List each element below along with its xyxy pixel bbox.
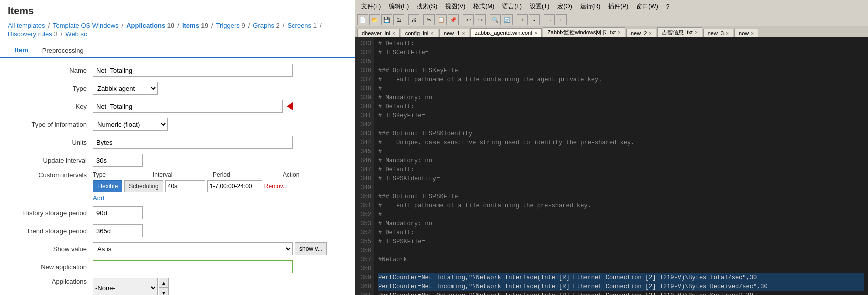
breadcrumb-template-os[interactable]: Template OS Windows xyxy=(53,22,119,29)
editor-tab-jizhi[interactable]: 吉智信息_txt × xyxy=(657,27,702,37)
ci-period-input[interactable] xyxy=(207,180,262,192)
scroll-down-button[interactable]: ▼ xyxy=(159,288,169,295)
add-link[interactable]: Add xyxy=(93,194,348,202)
toolbar-unindent[interactable]: ← xyxy=(556,14,567,25)
type-of-info-select[interactable]: Numeric (float) xyxy=(93,118,168,131)
toolbar-open[interactable]: 📂 xyxy=(369,14,380,25)
ci-action-header: Action xyxy=(283,171,323,178)
menu-plugin[interactable]: 插件(P) xyxy=(604,1,632,12)
line-number-353: 353 xyxy=(358,219,371,228)
applications-select[interactable]: -None- xyxy=(93,278,158,295)
key-input[interactable] xyxy=(93,100,283,113)
breadcrumb-screens[interactable]: Screens 1 xyxy=(287,22,317,29)
new-application-input[interactable] xyxy=(93,260,293,273)
name-input[interactable] xyxy=(93,64,293,77)
close-tab-dbeaver[interactable]: × xyxy=(392,31,395,36)
close-tab-new3[interactable]: × xyxy=(726,31,729,36)
toolbar-replace[interactable]: 🔄 xyxy=(502,14,513,25)
menu-run[interactable]: 运行(R) xyxy=(576,1,605,12)
close-tab-monitor[interactable]: × xyxy=(618,30,621,35)
code-line-336: ### Option: TLSKeyFile xyxy=(378,66,864,75)
toolbar-copy[interactable]: 📋 xyxy=(436,14,447,25)
toolbar-redo[interactable]: ↪ xyxy=(475,14,486,25)
code-line-350: ### Option: TLSPSKFile xyxy=(378,192,864,201)
form-row-custom-intervals: Custom intervals Type Interval Period Ac… xyxy=(8,171,348,202)
breadcrumb-all-templates[interactable]: All templates xyxy=(8,22,45,29)
menu-help[interactable]: ? xyxy=(662,2,674,11)
show-value-select[interactable]: As is xyxy=(93,242,293,255)
menu-edit[interactable]: 编辑(E) xyxy=(385,1,413,12)
line-number-341: 341 xyxy=(358,111,371,120)
editor-tab-monitor[interactable]: Zabbix监控windows网卡_txt × xyxy=(543,27,625,37)
menu-settings[interactable]: 设置(T) xyxy=(526,1,553,12)
toolbar-save-all[interactable]: 🗂 xyxy=(393,14,404,25)
line-number-345: 345 xyxy=(358,147,371,156)
menu-window[interactable]: 窗口(W) xyxy=(632,1,662,12)
menu-macro[interactable]: 宏(O) xyxy=(553,1,576,12)
trend-input[interactable] xyxy=(93,224,143,237)
editor-tab-dbeaver[interactable]: dbeaver_ini × xyxy=(357,29,400,37)
show-value-container: As is show v... xyxy=(93,242,327,255)
breadcrumb-triggers[interactable]: Triggers 9 xyxy=(216,22,245,29)
line-number-335: 335 xyxy=(358,57,371,66)
editor-content[interactable]: 3333343353363373383393403413423433443453… xyxy=(355,37,868,295)
editor-tab-new1[interactable]: new_1 × xyxy=(439,29,469,37)
toolbar-save[interactable]: 💾 xyxy=(381,14,392,25)
flexible-button[interactable]: Flexible xyxy=(93,180,122,192)
breadcrumb-items[interactable]: Items 19 xyxy=(182,22,208,29)
history-input[interactable] xyxy=(93,206,143,219)
scheduling-button[interactable]: Scheduling xyxy=(124,180,163,192)
toolbar-new[interactable]: 📄 xyxy=(357,14,368,25)
toolbar-paste[interactable]: 📌 xyxy=(448,14,459,25)
code-line-342 xyxy=(378,120,864,129)
toolbar-indent[interactable]: → xyxy=(544,14,555,25)
toolbar-undo[interactable]: ↩ xyxy=(463,14,474,25)
line-number-336: 336 xyxy=(358,66,371,75)
menu-format[interactable]: 格式(M) xyxy=(469,1,498,12)
tab-preprocessing[interactable]: Preprocessing xyxy=(35,43,91,57)
close-tab-jizhi[interactable]: × xyxy=(695,30,698,35)
breadcrumb-websc[interactable]: Web sc xyxy=(65,30,87,38)
code-line-335 xyxy=(378,57,864,66)
editor-tab-zabbix[interactable]: zabbix_agentd.win.conf × xyxy=(470,28,542,37)
close-tab-config[interactable]: × xyxy=(430,31,433,36)
close-tab-new1[interactable]: × xyxy=(462,31,465,36)
menu-language[interactable]: 语言(L) xyxy=(498,1,526,12)
close-tab-new2[interactable]: × xyxy=(649,31,652,36)
menu-view[interactable]: 视图(V) xyxy=(441,1,469,12)
menu-file[interactable]: 文件(F) xyxy=(357,1,385,12)
form-row-key: Key xyxy=(8,99,348,113)
breadcrumb-sep2: / xyxy=(122,22,124,29)
breadcrumb-discovery[interactable]: Discovery rules 3 xyxy=(8,30,58,38)
code-line-348: # TLSPSKIdentity= xyxy=(378,174,864,183)
editor-tab-new2[interactable]: new_2 × xyxy=(626,29,656,37)
breadcrumb-graphs[interactable]: Graphs 2 xyxy=(253,22,280,29)
menu-search[interactable]: 搜索(S) xyxy=(413,1,441,12)
toolbar-cut[interactable]: ✂ xyxy=(423,14,435,25)
units-input[interactable] xyxy=(93,136,293,149)
tab-item[interactable]: Item xyxy=(8,43,35,58)
editor-tab-new3[interactable]: new_3 × xyxy=(703,29,733,37)
update-interval-input[interactable] xyxy=(93,154,143,167)
remove-button[interactable]: Remov... xyxy=(264,183,288,190)
toolbar-zoom-in[interactable]: + xyxy=(517,14,528,25)
toolbar-zoom-out[interactable]: - xyxy=(529,14,540,25)
type-select[interactable]: Zabbix agent xyxy=(93,82,158,95)
breadcrumb-applications[interactable]: Applications 10 xyxy=(126,22,174,29)
line-number-350: 350 xyxy=(358,192,371,201)
breadcrumb-sep6: / xyxy=(283,22,285,29)
toolbar-print[interactable]: 🖨 xyxy=(408,14,419,25)
line-number-352: 352 xyxy=(358,210,371,219)
show-button[interactable]: show v... xyxy=(295,242,327,255)
close-tab-zabbix[interactable]: × xyxy=(534,30,537,36)
line-number-340: 340 xyxy=(358,102,371,111)
toolbar-find[interactable]: 🔍 xyxy=(490,14,501,25)
close-tab-now[interactable]: × xyxy=(751,31,754,36)
code-lines[interactable]: # Default:# TLSCertFile= ### Option: TLS… xyxy=(374,37,868,295)
ci-interval-input[interactable] xyxy=(165,180,205,192)
breadcrumb-sep3: / xyxy=(177,22,179,29)
editor-tab-now[interactable]: now × xyxy=(734,29,758,37)
editor-tab-config[interactable]: config_ini × xyxy=(401,29,438,37)
page-title: Items xyxy=(0,0,355,20)
scroll-up-button[interactable]: ▲ xyxy=(159,278,169,288)
